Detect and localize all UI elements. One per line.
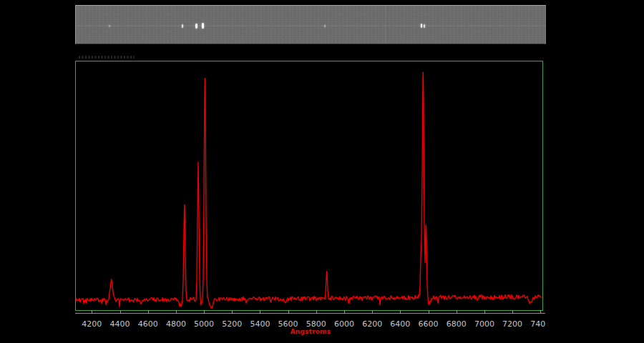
x-tick-label-6800: 6800: [447, 319, 467, 329]
x-tick-label-5000: 5000: [194, 319, 214, 329]
x-tick-mark-7200: [512, 310, 513, 313]
x-tick-label-6400: 6400: [390, 319, 410, 329]
x-axis-line: [75, 313, 545, 314]
x-tick-mark-5600: [288, 310, 289, 313]
x-tick-label-4400: 4400: [110, 319, 130, 329]
x-tick-label-7200: 7200: [502, 319, 522, 329]
x-tick-mark-5200: [232, 310, 233, 313]
x-tick-mark-5400: [260, 310, 260, 313]
x-tick-mark-4400: [120, 310, 121, 313]
x-tick-mark-4800: [176, 310, 177, 313]
x-tick-mark-6800: [457, 310, 457, 313]
x-tick-mark-6000: [344, 310, 345, 313]
x-tick-label-7000: 7000: [474, 319, 494, 329]
x-tick-mark-5800: [316, 310, 317, 313]
x-tick-mark-6400: [400, 310, 401, 313]
x-tick-mark-5000: [204, 310, 205, 313]
x-axis-title: Angstroms: [291, 328, 331, 335]
x-tick-label-6000: 6000: [334, 319, 354, 329]
x-tick-mark-6600: [429, 310, 429, 313]
x-tick-label-4600: 4600: [138, 319, 158, 329]
x-tick-label-5400: 5400: [250, 319, 270, 329]
x-tick-mark-4200: [92, 310, 92, 313]
x-axis: 4200440046004800500052005400560058006000…: [0, 0, 545, 343]
x-tick-label-6600: 6600: [419, 319, 439, 329]
x-tick-label-4800: 4800: [166, 319, 186, 329]
x-tick-label-5200: 5200: [222, 319, 242, 329]
x-tick-mark-6200: [372, 310, 373, 313]
x-tick-label-6200: 6200: [362, 319, 382, 329]
x-tick-mark-7000: [484, 310, 485, 313]
x-tick-label-7400: 7400: [530, 319, 545, 329]
x-tick-mark-7400: [540, 310, 541, 313]
x-tick-mark-4600: [148, 310, 149, 313]
x-tick-label-4200: 4200: [82, 319, 102, 329]
application-window: 4200440046004800500052005400560058006000…: [0, 0, 644, 343]
